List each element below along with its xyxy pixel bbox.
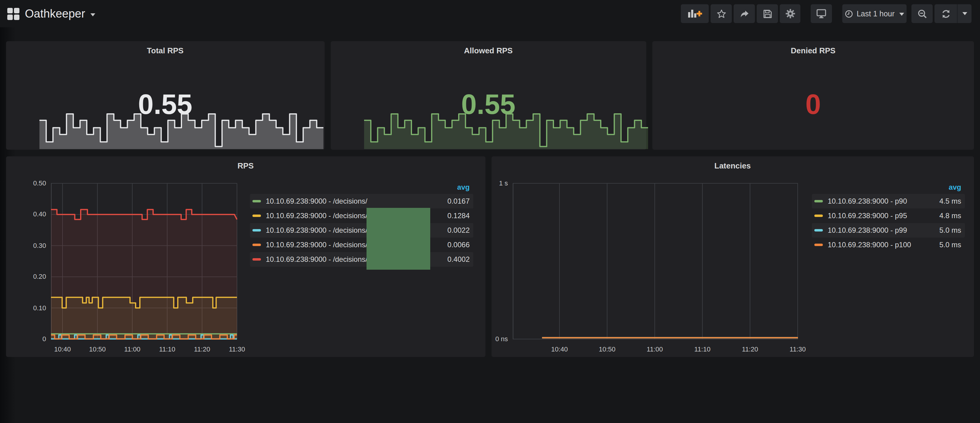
caret-down-icon bbox=[900, 13, 904, 16]
grid-lines bbox=[513, 183, 798, 339]
latencies-chart-plot[interactable] bbox=[513, 178, 799, 343]
clock-icon bbox=[845, 10, 853, 18]
legend-color-swatch[interactable] bbox=[253, 200, 261, 202]
legend-series-name[interactable]: 10.10.69.238:9000 - p100 bbox=[828, 240, 933, 249]
gear-icon bbox=[785, 8, 795, 19]
legend-avg-value: 0.1284 bbox=[447, 211, 470, 220]
panel-latencies-chart: Latencies 1 s0 ns 10:4010:5011:0011:1011… bbox=[491, 156, 974, 357]
refresh-interval-dropdown[interactable] bbox=[957, 4, 972, 23]
legend-color-swatch[interactable] bbox=[815, 229, 823, 231]
legend-color-swatch[interactable] bbox=[253, 243, 261, 246]
y-tick-label: 0 bbox=[6, 334, 46, 343]
time-range-picker[interactable]: Last 1 hour bbox=[842, 4, 907, 23]
legend-row: 10.10.69.238:9000 - p904.5 ms bbox=[812, 193, 965, 208]
x-tick-label: 10:50 bbox=[89, 345, 106, 353]
legend-avg-header[interactable]: avg bbox=[812, 182, 965, 192]
latencies-legend: avg10.10.69.238:9000 - p904.5 ms10.10.69… bbox=[812, 182, 965, 252]
panel-allowed-rps: Allowed RPS 0.55 bbox=[331, 41, 646, 150]
legend-series-name[interactable]: 10.10.69.238:9000 - p95 bbox=[828, 211, 933, 220]
legend-color-swatch[interactable] bbox=[253, 214, 261, 217]
legend-color-swatch[interactable] bbox=[815, 214, 823, 217]
legend-color-swatch[interactable] bbox=[815, 200, 823, 202]
x-tick-label: 11:10 bbox=[694, 345, 710, 353]
panel-denied-rps: Denied RPS 0 bbox=[652, 41, 974, 150]
toolbar: Last 1 hour bbox=[681, 4, 972, 23]
x-tick-label: 11:30 bbox=[789, 345, 805, 353]
top-nav: Oathkeeper bbox=[0, 0, 980, 27]
x-tick-label: 10:40 bbox=[551, 345, 568, 353]
share-icon bbox=[740, 9, 749, 19]
x-tick-label: 11:10 bbox=[159, 345, 175, 353]
y-tick-label: 0 ns bbox=[491, 334, 508, 343]
settings-button[interactable] bbox=[780, 4, 800, 23]
cycle-view-button[interactable] bbox=[811, 4, 832, 23]
zoom-out-icon bbox=[917, 9, 927, 19]
x-tick-label: 11:00 bbox=[647, 345, 663, 353]
panel-title[interactable]: RPS bbox=[6, 161, 485, 170]
add-panel-icon bbox=[687, 8, 702, 19]
legend-avg-value: 0.0022 bbox=[447, 226, 470, 234]
sparkline bbox=[364, 112, 648, 149]
page-title: Oathkeeper bbox=[25, 7, 85, 20]
legend-row: 10.10.69.238:9000 - p1005.0 ms bbox=[812, 237, 965, 252]
legend-row: 10.10.69.238:9000 - /decisions/0.4002 bbox=[250, 252, 473, 266]
dashboard-title-dropdown[interactable]: Oathkeeper bbox=[25, 0, 95, 27]
time-range-label: Last 1 hour bbox=[856, 10, 894, 18]
y-tick-label: 0.30 bbox=[6, 241, 46, 250]
save-icon bbox=[762, 9, 772, 19]
refresh-button[interactable] bbox=[934, 4, 957, 23]
dashboard-grid-icon[interactable] bbox=[7, 8, 19, 20]
legend-series-name[interactable]: 10.10.69.238:9000 - /decisions/ bbox=[266, 196, 441, 205]
monitor-icon bbox=[816, 8, 826, 19]
x-tick-label: 11:00 bbox=[124, 345, 140, 353]
legend-avg-value: 0.4002 bbox=[447, 255, 470, 263]
refresh-icon bbox=[941, 9, 951, 19]
save-button[interactable] bbox=[757, 4, 778, 23]
legend-row: 10.10.69.238:9000 - /decisions/0.1284 bbox=[250, 208, 473, 223]
legend-avg-value: 4.5 ms bbox=[939, 196, 961, 205]
panel-total-rps: Total RPS 0.55 bbox=[6, 41, 325, 150]
legend-avg-value: 0.0167 bbox=[447, 196, 470, 205]
stat-value: 0 bbox=[652, 87, 974, 121]
panel-title[interactable]: Allowed RPS bbox=[331, 46, 646, 55]
legend-color-swatch[interactable] bbox=[253, 229, 261, 231]
panel-title[interactable]: Total RPS bbox=[6, 46, 325, 55]
caret-down-icon bbox=[962, 12, 967, 15]
green-overlay-box bbox=[366, 208, 430, 269]
y-tick-label: 0.10 bbox=[6, 303, 46, 312]
refresh-button-group bbox=[934, 4, 972, 23]
x-tick-label: 10:50 bbox=[599, 345, 615, 353]
legend-avg-value: 4.8 ms bbox=[939, 211, 961, 220]
y-tick-label: 0.50 bbox=[6, 179, 46, 187]
legend-row: 10.10.69.238:9000 - /decisions/0.0167 bbox=[250, 193, 473, 208]
legend-avg-header[interactable]: avg bbox=[250, 182, 473, 192]
legend-color-swatch[interactable] bbox=[815, 243, 823, 246]
zoom-out-button[interactable] bbox=[912, 4, 933, 23]
x-tick-label: 10:40 bbox=[54, 345, 71, 353]
legend-row: 10.10.69.238:9000 - /decisions/0.0066 bbox=[250, 237, 473, 252]
rps-legend: avg10.10.69.238:9000 - /decisions/0.0167… bbox=[250, 182, 473, 266]
panel-title[interactable]: Latencies bbox=[491, 161, 974, 170]
add-panel-button[interactable] bbox=[681, 4, 709, 23]
caret-down-icon bbox=[91, 13, 95, 16]
x-tick-label: 11:30 bbox=[229, 345, 245, 353]
legend-avg-value: 0.0066 bbox=[447, 240, 470, 249]
legend-series-name[interactable]: 10.10.69.238:9000 - p90 bbox=[828, 196, 933, 205]
y-tick-label: 0.20 bbox=[6, 272, 46, 280]
sparkline bbox=[40, 112, 323, 149]
rps-chart-plot[interactable] bbox=[51, 178, 239, 343]
legend-row: 10.10.69.238:9000 - /decisions/0.0022 bbox=[250, 223, 473, 237]
x-tick-label: 11:20 bbox=[194, 345, 210, 353]
favorite-button[interactable] bbox=[711, 4, 732, 23]
legend-series-name[interactable]: 10.10.69.238:9000 - p99 bbox=[828, 226, 933, 234]
legend-row: 10.10.69.238:9000 - p954.8 ms bbox=[812, 208, 965, 223]
y-tick-label: 0.40 bbox=[6, 210, 46, 219]
share-button[interactable] bbox=[733, 4, 755, 23]
legend-avg-value: 5.0 ms bbox=[939, 226, 961, 234]
legend-avg-value: 5.0 ms bbox=[939, 240, 961, 249]
dashboard: Oathkeeper bbox=[0, 0, 980, 423]
star-icon bbox=[716, 9, 726, 19]
series-fill bbox=[51, 209, 237, 339]
panel-title[interactable]: Denied RPS bbox=[652, 46, 974, 55]
legend-color-swatch[interactable] bbox=[253, 258, 261, 260]
